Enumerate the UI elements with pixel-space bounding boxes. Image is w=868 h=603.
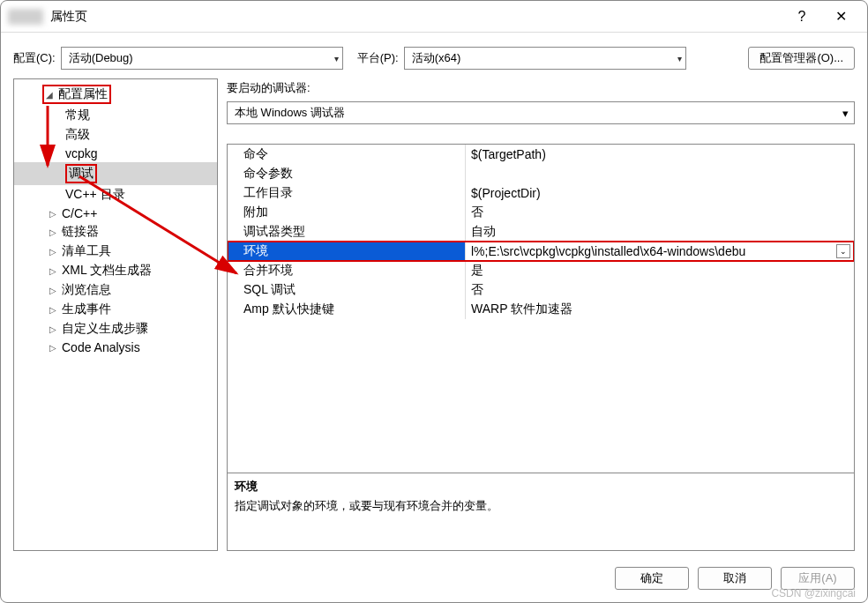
category-tree[interactable]: ◢ 配置属性 常规高级vcpkg调试VC++ 目录▷ C/C++▷ 链接器▷ 清…	[13, 78, 218, 551]
launcher-value: 本地 Windows 调试器	[235, 105, 345, 121]
config-value: 活动(Debug)	[69, 50, 133, 66]
expand-icon: ▷	[49, 227, 58, 237]
tree-item[interactable]: ▷ 浏览信息	[14, 280, 217, 300]
config-manager-button[interactable]: 配置管理器(O)...	[748, 47, 855, 70]
config-combo[interactable]: 活动(Debug) ▾	[61, 47, 343, 70]
property-name: Amp 默认快捷键	[228, 300, 466, 319]
expand-icon: ▷	[49, 343, 58, 353]
tree-item[interactable]: 常规	[14, 106, 217, 125]
tree-item[interactable]: 高级	[14, 125, 217, 145]
tree-item[interactable]: ▷ XML 文档生成器	[14, 261, 217, 280]
project-name-blurred	[8, 9, 43, 25]
chevron-down-icon: ▾	[334, 54, 339, 63]
launcher-label: 要启动的调试器:	[227, 78, 855, 101]
property-row[interactable]: 附加否	[228, 203, 854, 222]
property-grid: 命令$(TargetPath)命令参数工作目录$(ProjectDir)附加否调…	[227, 144, 855, 551]
description-text: 指定调试对象的环境，或要与现有环境合并的变量。	[235, 498, 847, 514]
property-value[interactable]: $(TargetPath)	[466, 145, 854, 164]
close-button[interactable]: ✕	[821, 4, 860, 29]
property-name: 附加	[228, 203, 466, 222]
property-value[interactable]: l%;E:\src\vcpkg\vcpkg\installed\x64-wind…	[466, 242, 854, 261]
property-row[interactable]: 命令$(TargetPath)	[228, 145, 854, 164]
expand-icon: ▷	[49, 305, 58, 315]
property-page-dialog: 属性页 ? ✕ 配置(C): 活动(Debug) ▾ 平台(P): 活动(x64…	[0, 0, 868, 603]
apply-button[interactable]: 应用(A)	[781, 567, 855, 590]
tree-item[interactable]: ▷ 自定义生成步骤	[14, 319, 217, 339]
expand-icon: ▷	[49, 324, 58, 334]
property-name: 环境	[228, 242, 466, 261]
property-row[interactable]: 工作目录$(ProjectDir)	[228, 183, 854, 203]
tree-item[interactable]: ▷ 链接器	[14, 222, 217, 242]
property-row[interactable]: Amp 默认快捷键WARP 软件加速器	[228, 300, 854, 319]
expand-icon: ▷	[49, 247, 58, 257]
window-title: 属性页	[50, 9, 87, 25]
tree-root-label: 配置属性	[58, 86, 108, 100]
config-label: 配置(C):	[13, 50, 56, 66]
property-value[interactable]: 否	[466, 203, 854, 222]
debugger-launcher-combo[interactable]: 本地 Windows 调试器 ▾	[227, 101, 855, 124]
property-row[interactable]: 环境l%;E:\src\vcpkg\vcpkg\installed\x64-wi…	[228, 242, 854, 261]
property-name: SQL 调试	[228, 280, 466, 300]
chevron-down-icon: ▾	[842, 107, 849, 120]
property-name: 命令参数	[228, 164, 466, 183]
tree-item[interactable]: 调试	[14, 162, 217, 185]
expand-icon: ▷	[49, 209, 58, 219]
property-value[interactable]: $(ProjectDir)	[466, 183, 854, 203]
tree-item[interactable]: ▷ Code Analysis	[14, 339, 217, 356]
description-title: 环境	[235, 479, 847, 495]
property-row[interactable]: 合并环境是	[228, 261, 854, 280]
platform-label: 平台(P):	[357, 50, 399, 66]
tree-item[interactable]: VC++ 目录	[14, 185, 217, 205]
collapse-icon: ◢	[46, 90, 55, 100]
property-row[interactable]: 调试器类型自动	[228, 222, 854, 242]
titlebar: 属性页 ? ✕	[1, 1, 867, 33]
tree-item[interactable]: ▷ C/C++	[14, 205, 217, 222]
property-value[interactable]: WARP 软件加速器	[466, 300, 854, 319]
ok-button[interactable]: 确定	[615, 567, 689, 590]
property-row[interactable]: 命令参数	[228, 164, 854, 183]
expand-icon: ▷	[49, 266, 58, 276]
property-row[interactable]: SQL 调试否	[228, 280, 854, 300]
property-rows: 命令$(TargetPath)命令参数工作目录$(ProjectDir)附加否调…	[228, 145, 854, 473]
property-name: 命令	[228, 145, 466, 164]
property-name: 调试器类型	[228, 222, 466, 242]
description-panel: 环境 指定调试对象的环境，或要与现有环境合并的变量。	[228, 473, 854, 550]
tree-item[interactable]: vcpkg	[14, 145, 217, 162]
property-value[interactable]	[466, 164, 854, 183]
cancel-button[interactable]: 取消	[698, 567, 772, 590]
platform-value: 活动(x64)	[412, 50, 461, 66]
property-value[interactable]: 否	[466, 280, 854, 300]
property-name: 工作目录	[228, 183, 466, 203]
dialog-buttons: 确定 取消 应用(A)	[1, 558, 867, 602]
expand-icon: ▷	[49, 286, 58, 295]
chevron-down-icon: ▾	[677, 54, 682, 63]
dropdown-icon[interactable]: ⌄	[836, 244, 850, 258]
property-value[interactable]: 是	[466, 261, 854, 280]
help-button[interactable]: ?	[782, 4, 821, 29]
tree-item[interactable]: ▷ 生成事件	[14, 300, 217, 319]
tree-item[interactable]: ▷ 清单工具	[14, 242, 217, 261]
platform-combo[interactable]: 活动(x64) ▾	[404, 47, 686, 70]
property-panel: 要启动的调试器: 本地 Windows 调试器 ▾ 命令$(TargetPath…	[227, 78, 855, 551]
tree-root[interactable]: ◢ 配置属性	[14, 83, 217, 106]
property-value[interactable]: 自动	[466, 222, 854, 242]
property-name: 合并环境	[228, 261, 466, 280]
config-toolbar: 配置(C): 活动(Debug) ▾ 平台(P): 活动(x64) ▾ 配置管理…	[1, 33, 867, 78]
